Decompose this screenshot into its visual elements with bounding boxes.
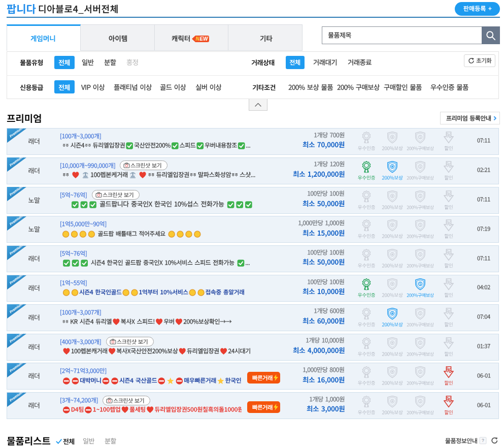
svg-text:N: N <box>196 36 200 42</box>
svg-text:EW: EW <box>200 36 209 42</box>
svg-text:?: ? <box>482 438 484 443</box>
